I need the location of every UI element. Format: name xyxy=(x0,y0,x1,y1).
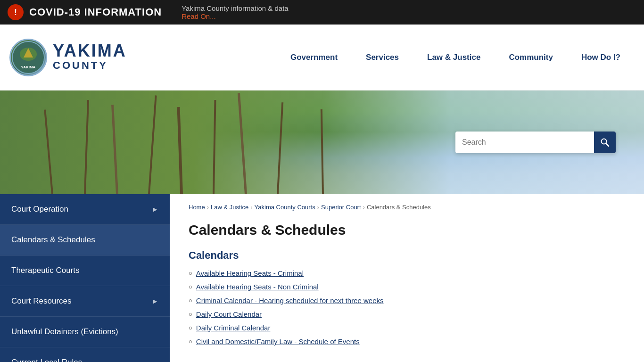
main-nav: Government Services Law & Justice Commun… xyxy=(141,48,635,67)
nav-community[interactable]: Community xyxy=(495,48,567,67)
nav-how-do-i[interactable]: How Do I? xyxy=(567,48,635,67)
sidebar-item-label: Calendars & Schedules xyxy=(11,235,95,245)
svg-text:YAKIMA: YAKIMA xyxy=(21,65,36,69)
link-hearing-non-criminal[interactable]: Available Hearing Seats - Non Criminal xyxy=(196,283,319,291)
calendars-links-list: Available Hearing Seats - Criminal Avail… xyxy=(189,269,625,346)
content-area: Home › Law & Justice › Yakima County Cou… xyxy=(170,194,644,362)
covid-title: COVID-19 INFORMATION xyxy=(29,6,162,18)
logo-text: YAKIMA COUNTY xyxy=(53,42,127,72)
sidebar: Court Operation ► Calendars & Schedules … xyxy=(0,194,170,362)
breadcrumb-current: Calendars & Schedules xyxy=(367,204,431,211)
link-civil-domestic[interactable]: Civil and Domestic/Family Law - Schedule… xyxy=(196,337,360,346)
list-item: Daily Court Calendar xyxy=(189,310,625,318)
nav-law-justice[interactable]: Law & Justice xyxy=(413,48,495,67)
sidebar-item-therapeutic-courts[interactable]: Therapeutic Courts xyxy=(0,255,170,286)
nav-government[interactable]: Government xyxy=(276,48,352,67)
covid-info: Yakima County information & data Read On… xyxy=(182,4,289,20)
section-heading-calendars: Calendars xyxy=(189,249,625,262)
sidebar-item-label: Therapeutic Courts xyxy=(11,266,80,275)
covid-badge: ! xyxy=(8,4,24,20)
sidebar-item-court-operation[interactable]: Court Operation ► xyxy=(0,194,170,225)
sidebar-item-label: Court Resources xyxy=(11,296,72,306)
sidebar-item-court-resources[interactable]: Court Resources ► xyxy=(0,286,170,317)
breadcrumb: Home › Law & Justice › Yakima County Cou… xyxy=(189,204,625,211)
search-button[interactable] xyxy=(594,132,616,153)
breadcrumb-home[interactable]: Home xyxy=(189,204,205,211)
hero-search-box xyxy=(455,132,616,153)
nav-services[interactable]: Services xyxy=(352,48,413,67)
covid-info-text: Yakima County information & data xyxy=(182,4,289,12)
breadcrumb-yakima-courts[interactable]: Yakima County Courts xyxy=(255,204,315,211)
covid-banner: ! COVID-19 INFORMATION Yakima County inf… xyxy=(0,0,644,25)
breadcrumb-law-justice[interactable]: Law & Justice xyxy=(211,204,248,211)
sidebar-item-current-local-rules[interactable]: Current Local Rules xyxy=(0,347,170,362)
list-item: Daily Criminal Calendar xyxy=(189,324,625,332)
link-hearing-criminal[interactable]: Available Hearing Seats - Criminal xyxy=(196,269,304,277)
sidebar-item-unlawful-detainers[interactable]: Unlawful Detainers (Evictions) xyxy=(0,317,170,347)
header: YAKIMA YAKIMA COUNTY Government Services… xyxy=(0,25,644,90)
sidebar-item-label: Court Operation xyxy=(11,205,68,214)
svg-line-5 xyxy=(606,144,609,147)
page-title: Calendars & Schedules xyxy=(189,222,625,238)
logo-link[interactable]: YAKIMA YAKIMA COUNTY xyxy=(9,39,141,76)
link-daily-court[interactable]: Daily Court Calendar xyxy=(196,310,262,318)
list-item: Criminal Calendar - Hearing scheduled fo… xyxy=(189,296,625,304)
covid-read-on-link[interactable]: Read On... xyxy=(182,12,289,20)
sidebar-item-calendars-schedules[interactable]: Calendars & Schedules xyxy=(0,225,170,255)
logo-yakima: YAKIMA xyxy=(53,42,127,59)
link-daily-criminal[interactable]: Daily Criminal Calendar xyxy=(196,324,271,332)
sidebar-item-label: Current Local Rules xyxy=(11,358,82,362)
hero-image xyxy=(0,90,644,194)
breadcrumb-superior-court[interactable]: Superior Court xyxy=(321,204,361,211)
sidebar-arrow-icon: ► xyxy=(152,206,158,213)
link-criminal-calendar[interactable]: Criminal Calendar - Hearing scheduled fo… xyxy=(196,296,384,304)
list-item: Available Hearing Seats - Non Criminal xyxy=(189,283,625,291)
sidebar-item-label: Unlawful Detainers (Evictions) xyxy=(11,327,118,337)
logo-county: COUNTY xyxy=(53,59,127,72)
main-content: Court Operation ► Calendars & Schedules … xyxy=(0,194,644,362)
search-input[interactable] xyxy=(455,138,594,147)
list-item: Available Hearing Seats - Criminal xyxy=(189,269,625,277)
logo-circle: YAKIMA xyxy=(9,39,47,76)
list-item: Civil and Domestic/Family Law - Schedule… xyxy=(189,337,625,346)
sidebar-arrow-icon: ► xyxy=(152,297,158,305)
